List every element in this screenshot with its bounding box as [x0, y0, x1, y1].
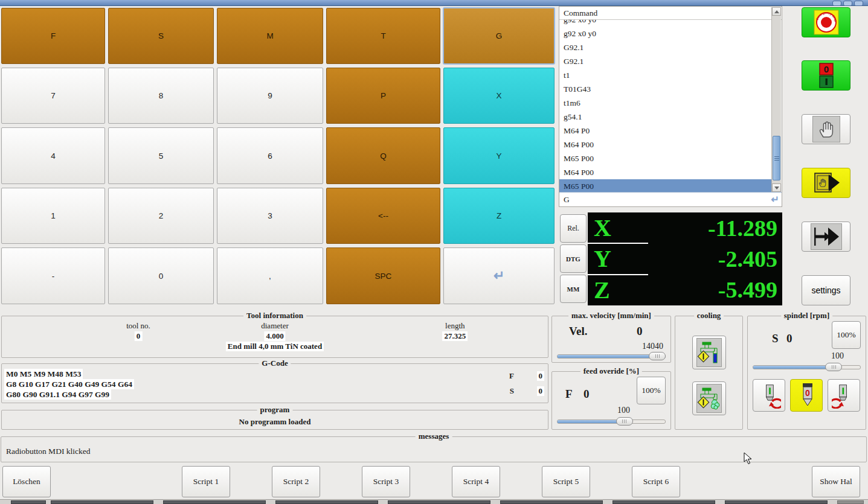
- feed-override-slider[interactable]: [557, 416, 666, 426]
- max-velocity-slider[interactable]: [557, 351, 666, 361]
- dro-dtg-button[interactable]: DTG: [560, 244, 587, 273]
- auto-mode-button[interactable]: [802, 222, 850, 252]
- key-Q[interactable]: Q: [326, 127, 440, 184]
- key-Y[interactable]: Y: [443, 127, 555, 184]
- script-5-button[interactable]: Script 5: [542, 466, 590, 497]
- command-history-item[interactable]: t1m6: [559, 96, 771, 110]
- command-history-item[interactable]: G92.1: [559, 40, 771, 54]
- key-T[interactable]: T: [326, 8, 440, 64]
- slider-handle[interactable]: [616, 417, 633, 426]
- manual-mode-button[interactable]: [802, 114, 850, 144]
- command-history-item-selected[interactable]: M65 P00: [559, 179, 771, 192]
- mdi-command-panel: Command g92 x0 y0 g92 x0 y0 G92.1 G92.1 …: [559, 6, 782, 207]
- spindle-left-button[interactable]: [753, 379, 785, 412]
- taskbar-window-button[interactable]: [388, 500, 490, 504]
- taskbar-window-button[interactable]: [500, 500, 603, 504]
- machine-power-button[interactable]: 0: [802, 60, 850, 91]
- script-3-button[interactable]: Script 3: [362, 466, 410, 497]
- mdi-command-input[interactable]: G ↵: [559, 192, 782, 206]
- velocity-label: Vel.: [569, 325, 587, 338]
- scrollbar-thumb[interactable]: [773, 136, 780, 180]
- spindle-override-slider[interactable]: [753, 362, 861, 372]
- dro-units-button[interactable]: MM: [560, 275, 587, 303]
- tool-information-frame: Tool information tool no. diameter lengt…: [1, 316, 548, 358]
- mist-coolant-button[interactable]: [692, 381, 726, 415]
- key-2[interactable]: 2: [108, 188, 214, 244]
- taskbar-window-button[interactable]: [837, 500, 864, 504]
- command-history-item[interactable]: M64 P0: [559, 124, 771, 138]
- dro-display: X -11.289 Y -2.405 Z -5.499: [588, 212, 782, 305]
- flood-coolant-button[interactable]: [692, 336, 726, 369]
- spindle-right-button[interactable]: [828, 379, 860, 412]
- key-M[interactable]: M: [217, 8, 323, 64]
- key-enter[interactable]: ↵: [443, 247, 555, 304]
- scrollbar-down-arrow[interactable]: [772, 183, 781, 192]
- spindle-ccw-icon: [757, 382, 781, 409]
- window-minimize-button[interactable]: [832, 1, 841, 6]
- enter-icon[interactable]: ↵: [771, 193, 779, 206]
- command-history-item[interactable]: M64 P00: [559, 138, 771, 152]
- messages-title: messages: [416, 432, 452, 441]
- command-history-item[interactable]: G92.1: [559, 54, 771, 68]
- command-scrollbar[interactable]: [771, 7, 781, 192]
- taskbar-window-button[interactable]: [725, 500, 828, 504]
- taskbar-window-button[interactable]: [275, 500, 378, 504]
- spindle-stop-button[interactable]: 0: [790, 379, 823, 412]
- feed-override-frame: feed overide [%] F 0 100% 100: [551, 371, 671, 430]
- key-space[interactable]: SPC: [326, 247, 440, 304]
- feed-reset-100-button[interactable]: 100%: [637, 377, 666, 404]
- taskbar-window-button[interactable]: [51, 500, 153, 504]
- command-history-item[interactable]: t1: [559, 68, 771, 82]
- mdi-keypad: F S M T G 7 8 9 P X 4 5 6 Q Y 1 2 3 <-- …: [1, 8, 555, 304]
- key-F[interactable]: F: [1, 8, 105, 64]
- key-9[interactable]: 9: [217, 68, 323, 124]
- key-0[interactable]: 0: [108, 247, 214, 304]
- scrollbar-up-arrow[interactable]: [772, 7, 781, 16]
- svg-text:0: 0: [805, 388, 810, 398]
- command-column-header[interactable]: Command: [559, 7, 782, 20]
- taskbar-window-button[interactable]: [612, 500, 715, 504]
- active-gcodes-line2: G80 G90 G91.1 G94 G97 G99: [4, 389, 111, 400]
- script-6-button[interactable]: Script 6: [632, 466, 680, 497]
- command-history-item[interactable]: M65 P00: [559, 152, 771, 165]
- dro-rel-button[interactable]: Rel.: [560, 214, 587, 243]
- key-7[interactable]: 7: [1, 68, 105, 124]
- key-1[interactable]: 1: [1, 188, 105, 244]
- key-S[interactable]: S: [108, 8, 214, 64]
- key-G[interactable]: G: [443, 8, 555, 64]
- script-4-button[interactable]: Script 4: [452, 466, 500, 497]
- key-comma[interactable]: ,: [217, 247, 323, 304]
- show-hal-button[interactable]: Show Hal: [812, 466, 860, 497]
- key-6[interactable]: 6: [217, 127, 323, 184]
- key-8[interactable]: 8: [108, 68, 214, 124]
- mdi-mode-button[interactable]: [802, 168, 850, 198]
- window-close-button[interactable]: [854, 1, 863, 6]
- key-minus[interactable]: -: [1, 247, 105, 304]
- command-history-item[interactable]: g54.1: [559, 110, 771, 124]
- taskbar-window-button[interactable]: [163, 500, 266, 504]
- command-history-list[interactable]: g92 x0 y0 g92 x0 y0 G92.1 G92.1 t1 T01G4…: [559, 20, 771, 192]
- slider-handle[interactable]: [649, 352, 666, 360]
- emergency-stop-button[interactable]: Emergency Stop: [802, 7, 850, 37]
- command-history-item[interactable]: g92 x0 y0: [559, 20, 771, 27]
- settings-button[interactable]: settings: [802, 275, 850, 305]
- script-2-button[interactable]: Script 2: [272, 466, 320, 497]
- taskbar-window-button[interactable]: [11, 500, 46, 504]
- command-history-item[interactable]: g92 x0 y0: [559, 27, 771, 40]
- script-1-button[interactable]: Script 1: [182, 466, 230, 497]
- spindle-reset-100-button[interactable]: 100%: [832, 321, 861, 349]
- key-3[interactable]: 3: [217, 188, 323, 244]
- clear-button[interactable]: Löschen: [2, 466, 51, 497]
- key-backspace[interactable]: <--: [326, 188, 440, 244]
- max-velocity-title: max. velocity [mm/min]: [568, 311, 654, 320]
- command-history-item[interactable]: M64 P00: [559, 165, 771, 179]
- key-Z[interactable]: Z: [443, 188, 555, 244]
- slider-handle[interactable]: [825, 363, 842, 371]
- key-X[interactable]: X: [443, 68, 555, 124]
- spindle-frame: spindel [rpm] S 0 100% 100 0: [747, 316, 866, 430]
- key-5[interactable]: 5: [108, 127, 214, 184]
- key-4[interactable]: 4: [1, 127, 105, 184]
- command-history-item[interactable]: T01G43: [559, 82, 771, 96]
- key-P[interactable]: P: [326, 68, 440, 124]
- window-maximize-button[interactable]: [843, 1, 852, 6]
